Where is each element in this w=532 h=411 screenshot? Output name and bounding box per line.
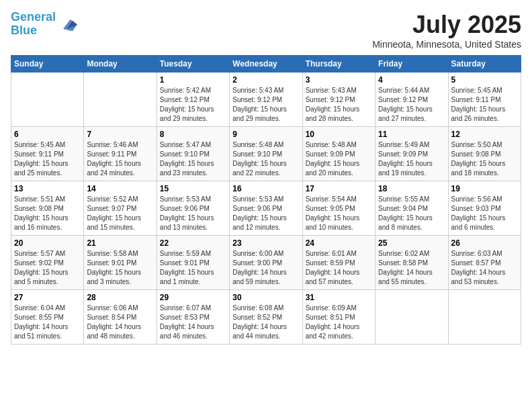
calendar-cell: 20Sunrise: 5:57 AMSunset: 9:02 PMDayligh…: [11, 236, 84, 290]
day-number: 7: [87, 130, 153, 139]
day-info: Sunrise: 6:08 AMSunset: 8:52 PMDaylight:…: [232, 304, 299, 341]
calendar-cell: 27Sunrise: 6:04 AMSunset: 8:55 PMDayligh…: [11, 290, 84, 345]
day-info: Sunrise: 5:49 AMSunset: 9:09 PMDaylight:…: [378, 140, 445, 178]
day-number: 27: [14, 293, 81, 302]
calendar-cell: 9Sunrise: 5:48 AMSunset: 9:10 PMDaylight…: [230, 127, 302, 181]
day-info: Sunrise: 5:42 AMSunset: 9:12 PMDaylight:…: [160, 86, 226, 124]
day-number: 28: [87, 293, 153, 302]
day-number: 25: [378, 238, 445, 248]
day-number: 1: [160, 75, 226, 85]
day-info: Sunrise: 5:51 AMSunset: 9:08 PMDaylight:…: [14, 195, 81, 232]
weekday-header-row: SundayMondayTuesdayWednesdayThursdayFrid…: [11, 56, 521, 73]
day-info: Sunrise: 5:45 AMSunset: 9:11 PMDaylight:…: [451, 86, 518, 124]
calendar-cell: [448, 290, 521, 345]
day-info: Sunrise: 6:03 AMSunset: 8:57 PMDaylight:…: [451, 249, 518, 287]
day-number: 20: [14, 238, 81, 248]
calendar-cell: 13Sunrise: 5:51 AMSunset: 9:08 PMDayligh…: [11, 181, 84, 236]
day-info: Sunrise: 5:47 AMSunset: 9:10 PMDaylight:…: [160, 140, 226, 178]
day-info: Sunrise: 5:53 AMSunset: 9:06 PMDaylight:…: [232, 195, 299, 232]
calendar-cell: 26Sunrise: 6:03 AMSunset: 8:57 PMDayligh…: [448, 236, 521, 290]
weekday-header: Sunday: [11, 56, 84, 73]
day-number: 12: [451, 130, 518, 139]
weekday-header: Monday: [84, 56, 157, 73]
calendar-cell: 11Sunrise: 5:49 AMSunset: 9:09 PMDayligh…: [375, 127, 448, 181]
weekday-header: Friday: [375, 56, 448, 73]
calendar-cell: 1Sunrise: 5:42 AMSunset: 9:12 PMDaylight…: [157, 73, 229, 127]
day-info: Sunrise: 6:02 AMSunset: 8:58 PMDaylight:…: [378, 249, 445, 287]
calendar-body: 1Sunrise: 5:42 AMSunset: 9:12 PMDaylight…: [11, 73, 521, 345]
day-info: Sunrise: 5:56 AMSunset: 9:03 PMDaylight:…: [451, 195, 518, 232]
calendar-cell: 2Sunrise: 5:43 AMSunset: 9:12 PMDaylight…: [230, 73, 302, 127]
calendar-cell: [84, 73, 157, 127]
day-number: 23: [232, 238, 299, 248]
day-info: Sunrise: 5:58 AMSunset: 9:01 PMDaylight:…: [87, 249, 153, 287]
day-info: Sunrise: 5:50 AMSunset: 9:08 PMDaylight:…: [451, 140, 518, 178]
location: Minneota, Minnesota, United States: [372, 39, 521, 50]
calendar-week-row: 27Sunrise: 6:04 AMSunset: 8:55 PMDayligh…: [11, 290, 521, 345]
day-number: 22: [160, 238, 226, 248]
day-info: Sunrise: 5:45 AMSunset: 9:11 PMDaylight:…: [14, 140, 81, 178]
calendar-cell: 15Sunrise: 5:53 AMSunset: 9:06 PMDayligh…: [157, 181, 229, 236]
calendar-cell: 25Sunrise: 6:02 AMSunset: 8:58 PMDayligh…: [375, 236, 448, 290]
page-header: GeneralBlue July 2025 Minneota, Minnesot…: [11, 11, 521, 50]
calendar-cell: 23Sunrise: 6:00 AMSunset: 9:00 PMDayligh…: [230, 236, 302, 290]
calendar-cell: [375, 290, 448, 345]
day-info: Sunrise: 5:55 AMSunset: 9:04 PMDaylight:…: [378, 195, 445, 232]
calendar-header: SundayMondayTuesdayWednesdayThursdayFrid…: [11, 56, 521, 73]
day-number: 18: [378, 184, 445, 193]
day-number: 3: [306, 75, 372, 85]
day-number: 17: [306, 184, 372, 193]
month-title: July 2025: [372, 11, 521, 39]
day-info: Sunrise: 5:46 AMSunset: 9:11 PMDaylight:…: [87, 140, 153, 178]
weekday-header: Wednesday: [230, 56, 302, 73]
day-number: 2: [232, 75, 299, 85]
day-number: 21: [87, 238, 153, 248]
day-number: 14: [87, 184, 153, 193]
calendar-cell: 30Sunrise: 6:08 AMSunset: 8:52 PMDayligh…: [230, 290, 302, 345]
calendar-cell: 19Sunrise: 5:56 AMSunset: 9:03 PMDayligh…: [448, 181, 521, 236]
calendar-cell: 12Sunrise: 5:50 AMSunset: 9:08 PMDayligh…: [448, 127, 521, 181]
calendar-cell: 4Sunrise: 5:44 AMSunset: 9:12 PMDaylight…: [375, 73, 448, 127]
day-info: Sunrise: 5:59 AMSunset: 9:01 PMDaylight:…: [160, 249, 226, 287]
calendar-cell: [11, 73, 84, 127]
day-info: Sunrise: 6:07 AMSunset: 8:53 PMDaylight:…: [160, 304, 226, 341]
calendar-cell: 7Sunrise: 5:46 AMSunset: 9:11 PMDaylight…: [84, 127, 157, 181]
day-number: 31: [306, 293, 372, 302]
day-info: Sunrise: 5:48 AMSunset: 9:10 PMDaylight:…: [232, 140, 299, 178]
calendar-cell: 31Sunrise: 6:09 AMSunset: 8:51 PMDayligh…: [302, 290, 375, 345]
day-number: 5: [451, 75, 518, 85]
day-number: 4: [378, 75, 445, 85]
weekday-header: Saturday: [448, 56, 521, 73]
day-number: 24: [306, 238, 372, 248]
calendar-table: SundayMondayTuesdayWednesdayThursdayFrid…: [11, 55, 521, 345]
calendar-cell: 8Sunrise: 5:47 AMSunset: 9:10 PMDaylight…: [157, 127, 229, 181]
calendar-cell: 16Sunrise: 5:53 AMSunset: 9:06 PMDayligh…: [230, 181, 302, 236]
day-number: 13: [14, 184, 81, 193]
day-info: Sunrise: 6:00 AMSunset: 9:00 PMDaylight:…: [232, 249, 299, 287]
day-info: Sunrise: 5:53 AMSunset: 9:06 PMDaylight:…: [160, 195, 226, 232]
logo: GeneralBlue: [11, 11, 77, 38]
day-info: Sunrise: 6:06 AMSunset: 8:54 PMDaylight:…: [87, 304, 153, 341]
calendar-cell: 21Sunrise: 5:58 AMSunset: 9:01 PMDayligh…: [84, 236, 157, 290]
calendar-week-row: 6Sunrise: 5:45 AMSunset: 9:11 PMDaylight…: [11, 127, 521, 181]
day-info: Sunrise: 5:57 AMSunset: 9:02 PMDaylight:…: [14, 249, 81, 287]
calendar-cell: 28Sunrise: 6:06 AMSunset: 8:54 PMDayligh…: [84, 290, 157, 345]
day-number: 26: [451, 238, 518, 248]
day-number: 15: [160, 184, 226, 193]
day-number: 6: [14, 130, 81, 139]
day-info: Sunrise: 5:54 AMSunset: 9:05 PMDaylight:…: [306, 195, 372, 232]
day-number: 9: [232, 130, 299, 139]
calendar-week-row: 13Sunrise: 5:51 AMSunset: 9:08 PMDayligh…: [11, 181, 521, 236]
day-number: 19: [451, 184, 518, 193]
day-number: 11: [378, 130, 445, 139]
day-number: 16: [232, 184, 299, 193]
title-block: July 2025 Minneota, Minnesota, United St…: [372, 11, 521, 50]
day-number: 10: [306, 130, 372, 139]
calendar-cell: 3Sunrise: 5:43 AMSunset: 9:12 PMDaylight…: [302, 73, 375, 127]
day-info: Sunrise: 5:43 AMSunset: 9:12 PMDaylight:…: [306, 86, 372, 124]
calendar-cell: 18Sunrise: 5:55 AMSunset: 9:04 PMDayligh…: [375, 181, 448, 236]
day-number: 29: [160, 293, 226, 302]
calendar-cell: 24Sunrise: 6:01 AMSunset: 8:59 PMDayligh…: [302, 236, 375, 290]
day-info: Sunrise: 5:44 AMSunset: 9:12 PMDaylight:…: [378, 86, 445, 124]
calendar-cell: 22Sunrise: 5:59 AMSunset: 9:01 PMDayligh…: [157, 236, 229, 290]
